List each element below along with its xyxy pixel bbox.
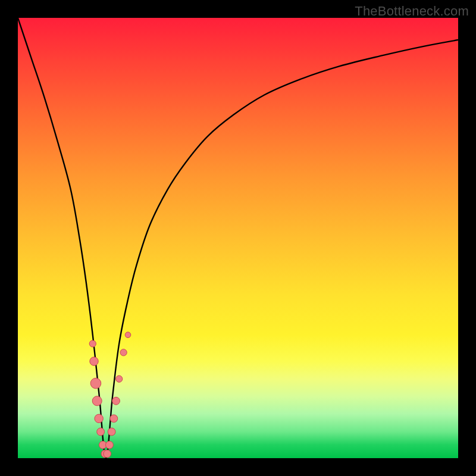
data-marker (125, 332, 131, 338)
plot-area (18, 18, 458, 458)
data-marker (116, 375, 123, 382)
data-marker (89, 340, 96, 347)
data-marker (104, 450, 111, 458)
data-marker (92, 396, 102, 406)
chart-svg (18, 18, 458, 458)
data-marker (90, 378, 101, 389)
data-marker (95, 414, 103, 422)
bottleneck-curve (18, 18, 458, 458)
data-marker (112, 397, 120, 405)
watermark-text: TheBottleneck.com (355, 4, 469, 19)
data-marker (90, 357, 98, 365)
data-marker (106, 441, 114, 449)
data-marker (120, 349, 127, 356)
curve-layer (18, 18, 458, 458)
data-marker (97, 428, 105, 436)
chart-frame: TheBottleneck.com (0, 0, 476, 476)
data-marker (108, 428, 115, 436)
marker-layer (89, 332, 131, 458)
data-marker (110, 415, 118, 422)
